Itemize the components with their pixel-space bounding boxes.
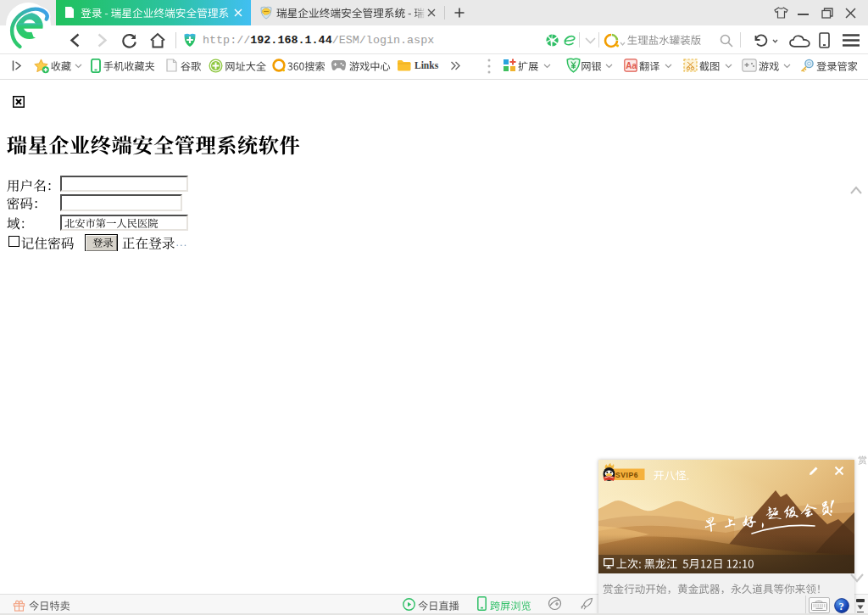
svg-text:SVIP6: SVIP6: [615, 471, 638, 479]
svg-text:?: ?: [839, 601, 844, 612]
svg-text:Aa: Aa: [626, 61, 637, 70]
